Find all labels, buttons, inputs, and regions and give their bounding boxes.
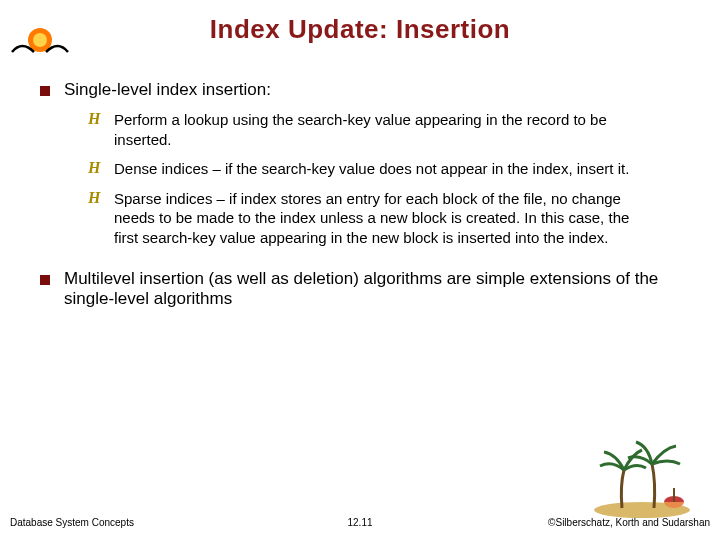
slide-content: Single-level index insertion: H Perform … xyxy=(40,80,680,317)
footer-left: Database System Concepts xyxy=(10,517,134,528)
bullet-text: Single-level index insertion: xyxy=(64,80,271,100)
bullet-item: Single-level index insertion: xyxy=(40,80,680,100)
footer-right: ©Silberschatz, Korth and Sudarshan xyxy=(548,517,710,528)
sub-bullet-item: H Perform a lookup using the search-key … xyxy=(88,110,680,149)
bullet-item: Multilevel insertion (as well as deletio… xyxy=(40,269,680,309)
h-bullet-icon: H xyxy=(88,189,104,207)
square-bullet-icon xyxy=(40,86,50,96)
svg-point-1 xyxy=(33,33,47,47)
sub-bullet-item: H Dense indices – if the search-key valu… xyxy=(88,159,680,179)
h-bullet-icon: H xyxy=(88,159,104,177)
slide: Index Update: Insertion Single-level ind… xyxy=(0,0,720,540)
sun-decoration-icon xyxy=(10,18,70,68)
palm-decoration-icon xyxy=(582,430,702,520)
footer-center: 12.11 xyxy=(347,517,372,528)
sub-bullet-item: H Sparse indices – if index stores an en… xyxy=(88,189,680,248)
bullet-text: Multilevel insertion (as well as deletio… xyxy=(64,269,680,309)
slide-title: Index Update: Insertion xyxy=(0,0,720,45)
sub-bullet-text: Sparse indices – if index stores an entr… xyxy=(114,189,654,248)
square-bullet-icon xyxy=(40,275,50,285)
sub-bullet-text: Perform a lookup using the search-key va… xyxy=(114,110,654,149)
h-bullet-icon: H xyxy=(88,110,104,128)
sub-bullet-text: Dense indices – if the search-key value … xyxy=(114,159,629,179)
